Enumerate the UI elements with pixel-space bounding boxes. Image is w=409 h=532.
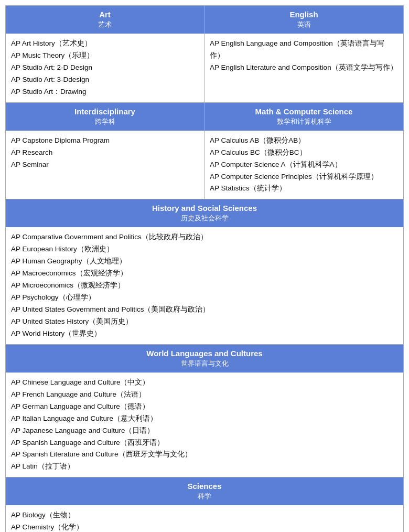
course-item: AP United States Government and Politics… (11, 304, 398, 316)
section-header: World Languages and Cultures世界语言与文化 (6, 345, 403, 373)
course-item: AP Microeconomics（微观经济学） (11, 280, 398, 292)
column: English英语AP English Language and Composi… (204, 6, 403, 102)
header-en: Sciences (9, 482, 400, 491)
course-item: AP Calculus AB（微积分AB） (210, 135, 398, 147)
section-content: AP Chinese Language and Culture（中文）AP Fr… (6, 373, 403, 477)
course-item: AP Computer Science A（计算机科学A） (210, 159, 398, 171)
course-item: AP English Literature and Composition（英语… (210, 62, 398, 74)
header-zh: 数学和计算机科学 (208, 117, 400, 126)
column-header: Art艺术 (6, 6, 204, 34)
course-item: AP World History（世界史） (11, 328, 398, 340)
header-en: English (208, 10, 400, 19)
header-zh: 艺术 (9, 20, 201, 29)
header-en: World Languages and Cultures (9, 349, 400, 358)
course-item: AP Research (11, 147, 199, 159)
course-item: AP Biology（生物） (11, 509, 398, 522)
column: Art艺术AP Art History（艺术史）AP Music Theory（… (6, 6, 204, 102)
course-item: AP Psychology（心理学） (11, 292, 398, 304)
header-en: Art (9, 10, 201, 19)
course-item: AP Spanish Language and Culture（西班牙语） (11, 437, 398, 449)
header-zh: 世界语言与文化 (9, 359, 400, 368)
column-content: AP Capstone Diploma ProgramAP ResearchAP… (6, 131, 204, 175)
one-col-section: Sciences科学AP Biology（生物）AP Chemistry（化学）… (6, 477, 403, 532)
course-item: AP Statistics（统计学） (210, 183, 398, 195)
column-header: English英语 (204, 6, 403, 34)
course-item: AP English Language and Composition（英语语言… (210, 38, 398, 62)
two-col-section: Art艺术AP Art History（艺术史）AP Music Theory（… (6, 6, 403, 103)
course-item: AP Macroeconomics（宏观经济学） (11, 268, 398, 280)
course-item: AP Spanish Literature and Culture（西班牙文学与… (11, 449, 398, 461)
header-zh: 英语 (208, 20, 400, 29)
course-item: AP Studio Art: 3-Ddesign (11, 74, 199, 86)
column-content: AP Calculus AB（微积分AB）AP Calculus BC（微积分B… (204, 131, 403, 199)
column-header: Math & Computer Science数学和计算机科学 (204, 103, 403, 131)
course-item: AP Music Theory（乐理） (11, 50, 199, 62)
course-item: AP Capstone Diploma Program (11, 135, 199, 147)
header-zh: 历史及社会科学 (9, 214, 400, 223)
column-header: Interdisciplinary跨学科 (6, 103, 204, 131)
ap-courses-table: Art艺术AP Art History（艺术史）AP Music Theory（… (5, 5, 404, 532)
course-item: AP French Language and Culture（法语） (11, 389, 398, 401)
course-item: AP Human Geography（人文地理） (11, 256, 398, 268)
course-item: AP Seminar (11, 159, 199, 171)
course-item: AP Art History（艺术史） (11, 38, 199, 50)
section-content: AP Comparative Government and Politics（比… (6, 227, 403, 344)
two-col-section: Interdisciplinary跨学科AP Capstone Diploma … (6, 103, 403, 200)
header-en: Math & Computer Science (208, 107, 400, 116)
column: Interdisciplinary跨学科AP Capstone Diploma … (6, 103, 204, 199)
course-item: AP Italian Language and Culture（意大利语） (11, 413, 398, 425)
column-content: AP Art History（艺术史）AP Music Theory（乐理）AP… (6, 34, 204, 102)
section-header: History and Social Sciences历史及社会科学 (6, 199, 403, 227)
one-col-section: World Languages and Cultures世界语言与文化AP Ch… (6, 345, 403, 478)
course-item: AP Studio Art：Drawing (11, 86, 199, 98)
course-item: AP United States History（美国历史） (11, 316, 398, 328)
header-zh: 科学 (9, 492, 400, 501)
column-content: AP English Language and Composition（英语语言… (204, 34, 403, 78)
header-en: Interdisciplinary (9, 107, 201, 116)
course-item: AP Calculus BC（微积分BC） (210, 147, 398, 159)
course-item: AP Chemistry（化学） (11, 522, 398, 532)
course-item: AP Comparative Government and Politics（比… (11, 231, 398, 243)
section-content: AP Biology（生物）AP Chemistry（化学）AP Environ… (6, 505, 403, 532)
course-item: AP Japanese Language and Culture（日语） (11, 425, 398, 437)
section-header: Sciences科学 (6, 477, 403, 505)
one-col-section: History and Social Sciences历史及社会科学AP Com… (6, 199, 403, 344)
column: Math & Computer Science数学和计算机科学AP Calcul… (204, 103, 403, 199)
course-item: AP European History（欧洲史） (11, 243, 398, 256)
course-item: AP Studio Art: 2-D Design (11, 62, 199, 74)
course-item: AP Chinese Language and Culture（中文） (11, 377, 398, 389)
header-zh: 跨学科 (9, 117, 201, 126)
course-item: AP German Language and Culture（德语） (11, 401, 398, 413)
course-item: AP Computer Science Principles（计算机科学原理） (210, 171, 398, 183)
header-en: History and Social Sciences (9, 204, 400, 212)
course-item: AP Latin（拉丁语） (11, 461, 398, 473)
